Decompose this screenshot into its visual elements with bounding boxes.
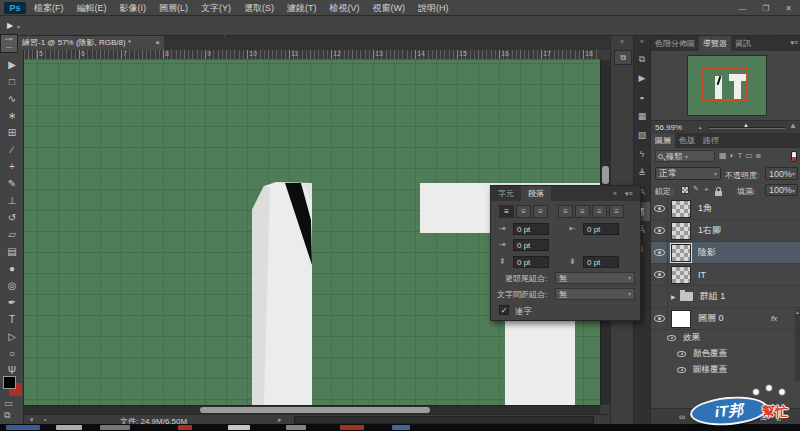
visibility-toggle[interactable] [651,308,668,330]
vertical-scrollbar-thumb[interactable] [602,166,609,184]
dodge-tool[interactable]: ◎ [0,277,24,294]
history-brush-tool[interactable]: ↺ [0,209,24,226]
justify-last-center-button[interactable]: ≡ [575,205,590,218]
visibility-toggle[interactable] [651,286,668,308]
expand-panels-icon[interactable]: « [611,36,633,48]
lock-all-icon[interactable] [715,191,722,196]
blend-mode-dropdown[interactable]: 正常 ▾ [655,167,721,180]
align-center-button[interactable]: ≡ [516,205,531,218]
menu-item[interactable]: 視窗(W) [373,2,406,15]
horizontal-scrollbar-thumb[interactable] [200,407,430,413]
taskbar-icon[interactable] [6,425,40,430]
indent-right-field[interactable]: 0 pt [583,223,619,235]
navigator-zoom-value[interactable]: 56.99% [655,123,682,132]
tab-character[interactable]: 字元 [491,186,521,201]
tab-channels[interactable]: 色版 [675,133,699,148]
eye-icon[interactable] [667,335,676,341]
status-zoom-icon[interactable]: ▾ [30,416,34,424]
eye-icon[interactable] [677,367,686,373]
gradient-tool[interactable]: ▤ [0,243,24,260]
lock-position-icon[interactable]: + [704,185,709,194]
layer-thumbnail[interactable] [671,266,691,284]
move-tool[interactable]: ▶ [0,56,24,73]
space-after-field[interactable]: 0 pt [583,256,619,268]
horizontal-scrollbar[interactable] [24,405,600,414]
indent-first-line-field[interactable]: 0 pt [513,239,549,251]
effect-item-row[interactable]: 圖樣覆蓋 [651,362,800,378]
filter-type-icon[interactable]: ⧈ [756,150,761,162]
tab-close-icon[interactable]: × [155,36,160,50]
effect-item-row[interactable]: 顏色覆蓋 [651,346,800,362]
fill-value[interactable]: 100% ▾ [765,184,798,196]
taskbar-icon[interactable] [100,425,130,430]
filter-type-icon[interactable]: ▦ [719,150,727,162]
fx-badge[interactable]: fx [771,314,777,323]
layer-comps-icon[interactable]: ⧉ [614,50,632,65]
tool-preset-arrow-icon[interactable]: ▾ [17,23,20,30]
path-select-tool[interactable]: ▷ [0,328,24,345]
effects-row[interactable]: 效果 [651,330,800,346]
hyphenate-checkbox[interactable]: ✓ [499,305,509,315]
menu-item[interactable]: 濾鏡(T) [287,2,317,15]
align-left-button[interactable]: ≡ [499,205,514,218]
taskbar-icon[interactable] [56,425,82,430]
tab-layers[interactable]: 圖層 [651,133,675,148]
move-tool-icon[interactable]: ▶ [7,21,13,30]
group-row[interactable]: ▶ 群組 1 [651,286,800,308]
navigator-slider-thumb[interactable]: ▲ [743,122,749,128]
shape-tool[interactable]: ○ [0,345,24,362]
menu-item[interactable]: 編輯(E) [77,2,107,15]
opacity-value[interactable]: 100% ▾ [765,167,798,180]
justify-last-left-button[interactable]: ≡ [558,205,573,218]
visibility-toggle[interactable] [651,220,668,242]
filter-type-icon[interactable]: ◐ [730,150,735,162]
tool-presets-icon[interactable]: ▧ [634,126,650,145]
layer-thumbnail[interactable] [671,200,691,218]
navigator-proxy-rect[interactable] [701,67,748,101]
layer-filter-dropdown[interactable]: 種類 ▾ [655,150,715,162]
layer-thumbnail[interactable] [671,222,691,240]
group-expand-icon[interactable]: ▶ [671,293,676,300]
screen-mode-icon[interactable]: ⧉ [4,410,10,421]
visibility-toggle[interactable] [651,198,668,220]
filter-type-icon[interactable]: T [737,150,742,162]
marquee-tool[interactable]: □ [0,73,24,90]
minimize-icon[interactable]: — [738,4,746,13]
tab-info[interactable]: 資訊 [731,36,755,51]
lasso-tool[interactable]: ∿ [0,90,24,107]
lock-transparency-icon[interactable] [681,186,689,194]
layer-list-scrollbar[interactable]: ▲ [795,309,800,381]
layer-row[interactable]: 圖層 0 fx [651,308,800,330]
taskbar-icon[interactable] [178,425,192,430]
menu-item[interactable]: 說明(H) [418,2,449,15]
layer-row[interactable]: 1右腳 [651,220,800,242]
collapsed-mini-panel[interactable]: ▫▫×— [0,34,18,53]
layer-thumbnail[interactable] [671,244,691,262]
visibility-toggle[interactable] [651,242,668,264]
quick-mask-icon[interactable]: ▭ [4,398,13,408]
actions-icon[interactable]: ▶ [634,69,650,88]
type-tool[interactable]: T [0,311,24,328]
eraser-tool[interactable]: ▱ [0,226,24,243]
panel-menu-icon[interactable]: ▾≡ [790,39,798,47]
kinsoku-dropdown[interactable]: 無 ▾ [555,272,635,284]
brush-tool[interactable]: ✎ [0,175,24,192]
tab-histogram[interactable]: 色階分佈圖 [651,36,699,51]
layer-name[interactable]: 群組 1 [700,290,726,303]
layer-row[interactable]: IT [651,264,800,286]
styles-icon[interactable]: ▦ [634,107,650,126]
document-tab[interactable]: 練習-1 @ 57% (陰影, RGB/8) * × [18,36,164,50]
tab-paths[interactable]: 路徑 [699,133,723,148]
crop-tool[interactable]: ⊞ [0,124,24,141]
tab-paragraph[interactable]: 段落 [521,186,551,201]
justify-all-button[interactable]: ≡ [609,205,624,218]
indent-left-field[interactable]: 0 pt [513,223,549,235]
panel-menu-icon[interactable]: ▾≡ [625,190,633,198]
lock-pixels-icon[interactable]: ✎ [693,185,699,193]
taskbar-icon[interactable] [392,425,410,430]
taskbar-icon[interactable] [340,425,364,430]
blur-tool[interactable]: ● [0,260,24,277]
zoom-out-icon[interactable]: ▴ [699,124,702,130]
menu-item[interactable]: 檔案(F) [34,2,64,15]
layer-name[interactable]: 圖層 0 [698,312,724,325]
